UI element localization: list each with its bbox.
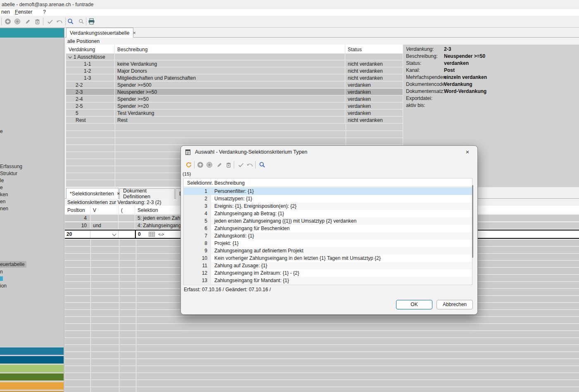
- table-row-group[interactable]: 1 Ausschlüsse: [66, 54, 403, 60]
- range-icon[interactable]: <->: [158, 232, 164, 237]
- tab-dokument-definitionen[interactable]: Dokument Definitionen: [119, 188, 175, 199]
- dialog-row[interactable]: 13Zahlungseingang für Mandant: {1}: [184, 277, 472, 284]
- dialog-result-list: Selektionnr. Beschreibung 1Personenfilte…: [183, 178, 472, 285]
- lookup-grid-icon[interactable]: [149, 232, 155, 237]
- sidebar-item[interactable]: nen: [0, 206, 8, 211]
- dialog-row[interactable]: 2Umsatztypen: {1}: [184, 195, 472, 202]
- column-divider: [136, 240, 136, 392]
- dialog-titlebar[interactable]: Auswahl - Verdankung-Selektionskriterium…: [181, 146, 477, 158]
- field-value: einzeln verdanken: [444, 74, 487, 80]
- document-tab-bar: Verdankungssteuertabelle: [65, 28, 579, 38]
- column-header-beschreibung[interactable]: Beschreibung: [211, 178, 244, 187]
- dialog-row[interactable]: 6Zahlungseingang für Beschenkten: [184, 225, 472, 232]
- table-row[interactable]: RestRestnicht verdanken: [66, 117, 403, 124]
- add-special-icon[interactable]: [14, 18, 21, 25]
- dialog-row[interactable]: 7Zahlungskonti: {1}: [184, 232, 472, 240]
- window-titlebar[interactable]: abelle - demoft@asp.arenae.ch - funtrade: [0, 0, 579, 9]
- table-row[interactable]: 2-2Spender >=500verdanken: [66, 82, 403, 88]
- column-header-status[interactable]: Status: [345, 45, 403, 54]
- table-row[interactable]: 2-5Spender >=20verdanken: [66, 103, 403, 109]
- sort-ascending-icon: [76, 205, 77, 214]
- sidebar-section-bar-olive[interactable]: [0, 373, 64, 380]
- undo-icon[interactable]: [56, 18, 63, 25]
- table-row[interactable]: 1-2Major Donorsnicht verdanken: [66, 68, 403, 74]
- sidebar-item[interactable]: le: [0, 178, 4, 183]
- paren-cell[interactable]: [119, 230, 135, 238]
- search-icon[interactable]: [259, 161, 266, 169]
- delete-trash-icon[interactable]: [33, 18, 41, 25]
- close-icon[interactable]: [133, 30, 136, 36]
- selektion-value[interactable]: 0: [138, 231, 145, 237]
- column-header-position[interactable]: Position: [65, 206, 90, 214]
- auswahl-dialog: Auswahl - Verdankung-Selektionskriterium…: [180, 145, 478, 315]
- cancel-button[interactable]: Abbrechen: [437, 300, 473, 309]
- sidebar-item[interactable]: ken: [0, 192, 8, 197]
- confirm-check-icon[interactable]: [237, 161, 244, 169]
- sidebar-item[interactable]: e: [0, 185, 3, 190]
- dialog-row[interactable]: 8Projekt: {1}: [184, 240, 472, 247]
- field-label: Beschreibung:: [406, 53, 444, 59]
- table-row-selected[interactable]: 2-3Neuspender >=50verdanken: [66, 89, 403, 95]
- field-label: Mehrfachspenden:: [406, 74, 444, 80]
- dialog-title: Auswahl - Verdankung-Selektionskriterium…: [195, 149, 307, 155]
- sidebar-item[interactable]: n: [0, 269, 3, 275]
- record-dates-label: Erfasst: 07.10.16 / Geändert: 07.10.16 /: [184, 287, 271, 292]
- print-icon[interactable]: [88, 18, 95, 25]
- column-header-v[interactable]: V: [90, 206, 119, 214]
- dialog-row[interactable]: 5jeden ersten Zahlungseingang ({1}) mit …: [184, 217, 472, 225]
- dialog-row-selected[interactable]: 1Personenfilter: {1}: [184, 188, 472, 195]
- toolbar-separator: [194, 161, 195, 169]
- dialog-row[interactable]: 11Zahlung auf Zusage: {1}: [184, 262, 472, 269]
- table-row[interactable]: 2-4Spender >=50verdanken: [66, 96, 403, 102]
- menu-item-fenster[interactable]: Fenster: [14, 9, 33, 16]
- edit-pencil-icon[interactable]: [24, 18, 31, 25]
- sidebar-section-bar-teal[interactable]: [0, 347, 64, 355]
- positions-filter-label[interactable]: alle Positionen: [67, 38, 100, 44]
- sidebar-section-bar-lightgreen[interactable]: [0, 364, 64, 372]
- column-header-beschreibung[interactable]: Beschreibung: [115, 45, 345, 54]
- sidebar-item[interactable]: Struktur: [0, 171, 17, 176]
- undo-icon[interactable]: [246, 161, 254, 169]
- table-row[interactable]: 5Test Verdankungverdanken: [66, 110, 403, 116]
- column-header-paren[interactable]: (: [119, 206, 135, 214]
- sidebar-item-selected[interactable]: euertabelle: [0, 261, 26, 268]
- edit-pencil-icon[interactable]: [216, 161, 223, 169]
- sidebar-item[interactable]: ion: [0, 283, 7, 289]
- add-icon[interactable]: [4, 18, 12, 25]
- tab-verdankungssteuertabelle[interactable]: Verdankungssteuertabelle: [66, 28, 133, 38]
- table-row[interactable]: 1-1keine Verdankungnicht verdanken: [66, 61, 403, 67]
- operator-dropdown[interactable]: [90, 230, 119, 238]
- position-input[interactable]: 20: [65, 230, 90, 238]
- sidebar-section-bar-darkblue[interactable]: [0, 356, 64, 363]
- add-icon[interactable]: [197, 161, 204, 169]
- dialog-row[interactable]: 9Zahlungseingang auf definiertem Projekt: [184, 247, 472, 254]
- refresh-icon[interactable]: [185, 161, 192, 169]
- column-header-selektionnr[interactable]: Selektionnr.: [184, 178, 211, 187]
- dialog-row[interactable]: 3Ereignis: {1}, Ereignisposition(en): {2…: [184, 202, 472, 210]
- dialog-row[interactable]: 12Zahlungseingang im Zeitraum: {1} - {2}: [184, 269, 472, 277]
- dialog-row[interactable]: 10Kein vorheriger Zahlungseingang in den…: [184, 254, 472, 262]
- menu-item-truncated[interactable]: nen: [0, 9, 11, 16]
- ok-button[interactable]: OK: [396, 300, 432, 309]
- delete-trash-icon[interactable]: [225, 161, 232, 169]
- search-secondary-icon[interactable]: [78, 18, 85, 25]
- sidebar-header-bar[interactable]: [0, 28, 64, 38]
- add-special-icon[interactable]: [206, 161, 213, 169]
- dialog-close-icon[interactable]: [463, 148, 472, 156]
- confirm-check-icon[interactable]: [46, 18, 54, 25]
- sidebar-item-link-fragment[interactable]: [0, 276, 3, 281]
- chevron-down-icon[interactable]: [68, 55, 71, 58]
- column-header-verdankung[interactable]: Verdankung: [66, 45, 115, 54]
- sort-ascending-icon: [196, 178, 198, 187]
- menu-item-help[interactable]: ?: [42, 9, 47, 16]
- tab-selektionskriterien[interactable]: *Selektionskriterien: [66, 188, 119, 199]
- sidebar-item[interactable]: e: [0, 128, 3, 134]
- sidebar-section-bar-orange[interactable]: [0, 382, 64, 390]
- toolbar-separator: [43, 18, 43, 25]
- dialog-scrollbar[interactable]: [472, 185, 473, 258]
- table-row[interactable]: 1-3Mitgliedschaften und Patenschaftennic…: [66, 75, 403, 81]
- sidebar-item[interactable]: Erfassung: [0, 164, 22, 169]
- sidebar-item[interactable]: en: [0, 199, 5, 204]
- search-icon[interactable]: [67, 18, 74, 25]
- dialog-row[interactable]: 4Zahlungseingang ab Betrag: {1}: [184, 210, 472, 217]
